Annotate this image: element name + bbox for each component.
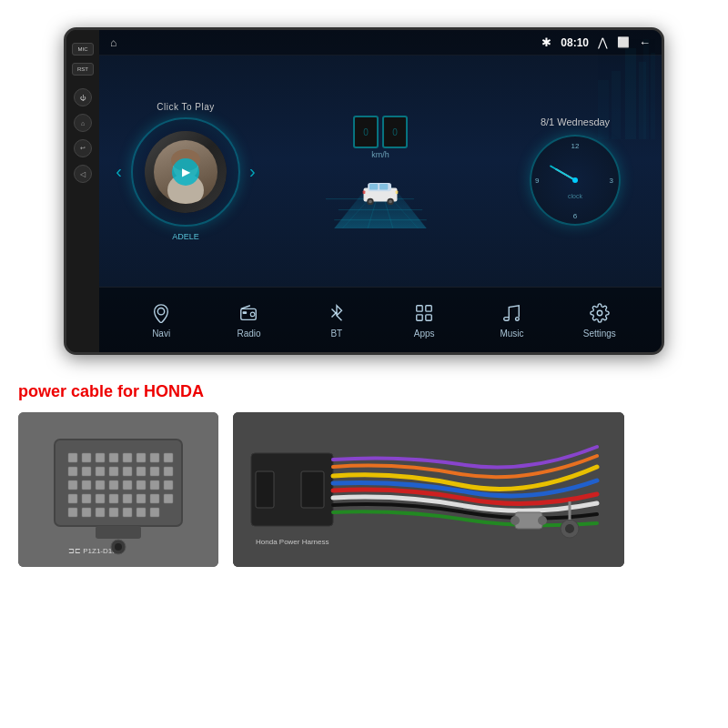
svg-point-29 bbox=[251, 312, 256, 317]
svg-rect-71 bbox=[123, 494, 132, 503]
svg-rect-59 bbox=[68, 480, 77, 490]
analog-clock: 12 3 6 9 clock bbox=[530, 135, 621, 226]
svg-rect-80 bbox=[136, 508, 146, 517]
svg-rect-57 bbox=[150, 467, 159, 476]
svg-rect-88 bbox=[256, 471, 274, 508]
apps-label: Apps bbox=[414, 329, 435, 339]
power-button[interactable]: ⏻ bbox=[74, 88, 92, 106]
svg-rect-64 bbox=[136, 480, 146, 490]
track-name-label: ADELE bbox=[172, 232, 199, 241]
mic-button[interactable]: MIC bbox=[72, 43, 94, 56]
svg-rect-70 bbox=[109, 494, 118, 503]
connector-svg: ⊐⊏ P1Z1-D1P bbox=[18, 412, 218, 567]
back-side-button[interactable]: ↩ bbox=[74, 139, 92, 157]
svg-point-24 bbox=[389, 200, 392, 204]
music-label: Music bbox=[500, 329, 523, 339]
car-road-visual bbox=[326, 163, 435, 227]
nav-item-bt[interactable]: BT bbox=[309, 301, 364, 339]
svg-rect-46 bbox=[109, 453, 118, 462]
wiring-visual: Honda Power Harness bbox=[233, 412, 624, 567]
wiring-svg: Honda Power Harness bbox=[233, 412, 624, 567]
connector-photo: ⊐⊏ P1Z1-D1P bbox=[18, 412, 218, 567]
svg-rect-62 bbox=[109, 480, 118, 490]
wiring-photo: Honda Power Harness bbox=[233, 412, 624, 567]
navi-icon bbox=[149, 301, 173, 325]
nav-item-settings[interactable]: Settings bbox=[572, 301, 627, 339]
connector-visual: ⊐⊏ P1Z1-D1P bbox=[18, 412, 218, 567]
head-unit-container: MIC RST ⏻ ⌂ ↩ ◁ ⌂ bbox=[0, 0, 728, 373]
prev-button[interactable]: ‹ bbox=[116, 161, 122, 182]
svg-rect-43 bbox=[68, 453, 77, 462]
svg-rect-34 bbox=[417, 306, 422, 311]
photos-row: ⊐⊏ P1Z1-D1P bbox=[18, 412, 710, 567]
svg-rect-37 bbox=[426, 315, 431, 320]
mic-button-group: MIC bbox=[72, 43, 94, 56]
svg-rect-74 bbox=[164, 494, 173, 503]
settings-icon bbox=[588, 301, 612, 325]
svg-rect-19 bbox=[369, 184, 378, 189]
home-icon[interactable]: ⌂ bbox=[110, 36, 116, 49]
svg-rect-81 bbox=[150, 508, 159, 517]
volume-button[interactable]: ◁ bbox=[74, 165, 92, 183]
svg-rect-77 bbox=[96, 508, 105, 517]
date-clock-panel: 8/1 Wednesday 12 3 6 9 clock bbox=[498, 116, 652, 226]
svg-rect-25 bbox=[396, 190, 399, 194]
speed-digit-1: 0 bbox=[353, 116, 379, 148]
nav-item-radio[interactable]: Radio bbox=[221, 301, 276, 339]
svg-point-22 bbox=[369, 200, 372, 204]
rst-button-group: RST bbox=[72, 63, 94, 76]
svg-point-91 bbox=[511, 516, 520, 525]
svg-rect-52 bbox=[82, 467, 91, 476]
nav-item-apps[interactable]: Apps bbox=[397, 301, 451, 339]
nav-bar: Navi Radio BT bbox=[99, 287, 662, 352]
svg-rect-72 bbox=[136, 494, 146, 503]
home-side-button[interactable]: ⌂ bbox=[74, 114, 92, 132]
main-content-area: Click To Play ‹ bbox=[99, 56, 662, 287]
navi-label: Navi bbox=[152, 329, 170, 339]
svg-rect-56 bbox=[136, 467, 146, 476]
svg-rect-47 bbox=[123, 453, 132, 462]
bt-icon bbox=[325, 301, 349, 325]
clock-center bbox=[572, 177, 578, 183]
status-left: ⌂ bbox=[110, 36, 116, 49]
svg-rect-36 bbox=[417, 315, 422, 320]
svg-text:Honda Power Harness: Honda Power Harness bbox=[256, 538, 329, 546]
speed-digit-2: 0 bbox=[382, 116, 408, 148]
svg-rect-35 bbox=[426, 306, 431, 311]
center-display: 0 0 km/h bbox=[270, 116, 490, 227]
svg-rect-60 bbox=[82, 480, 91, 490]
nav-item-music[interactable]: Music bbox=[484, 301, 539, 339]
nav-item-navi[interactable]: Navi bbox=[134, 301, 188, 339]
clock-label: clock bbox=[568, 193, 582, 199]
svg-rect-75 bbox=[68, 508, 77, 517]
click-to-play-label: Click To Play bbox=[157, 102, 215, 112]
svg-rect-63 bbox=[123, 480, 132, 490]
speed-display: 0 0 km/h bbox=[353, 116, 408, 159]
rst-button[interactable]: RST bbox=[72, 63, 94, 76]
svg-rect-68 bbox=[82, 494, 91, 503]
date-label: 8/1 Wednesday bbox=[541, 116, 610, 127]
svg-rect-48 bbox=[136, 453, 146, 462]
svg-rect-45 bbox=[96, 453, 105, 462]
play-overlay[interactable]: ▶ bbox=[172, 158, 199, 186]
svg-rect-67 bbox=[68, 494, 77, 503]
player-disc[interactable]: ▶ bbox=[145, 131, 227, 213]
svg-rect-51 bbox=[68, 467, 77, 476]
svg-rect-78 bbox=[109, 508, 118, 517]
svg-point-27 bbox=[157, 308, 164, 315]
svg-rect-53 bbox=[96, 467, 105, 476]
clock-num-9: 9 bbox=[535, 177, 539, 185]
head-unit: MIC RST ⏻ ⌂ ↩ ◁ ⌂ bbox=[64, 27, 664, 355]
svg-text:⊐⊏ P1Z1-D1P: ⊐⊏ P1Z1-D1P bbox=[68, 547, 117, 555]
svg-rect-73 bbox=[150, 494, 159, 503]
svg-rect-76 bbox=[82, 508, 91, 517]
speed-digits-row: 0 0 bbox=[353, 116, 408, 148]
main-screen: ⌂ ✱ 08:10 ⋀ ⬜ ← Click To Play ‹ bbox=[99, 30, 662, 352]
svg-rect-44 bbox=[82, 453, 91, 462]
svg-rect-89 bbox=[301, 471, 324, 508]
svg-point-39 bbox=[597, 310, 602, 316]
bottom-section: power cable for HONDA bbox=[0, 373, 728, 581]
svg-rect-54 bbox=[109, 467, 118, 476]
svg-rect-20 bbox=[379, 184, 388, 189]
next-button[interactable]: › bbox=[249, 161, 256, 182]
